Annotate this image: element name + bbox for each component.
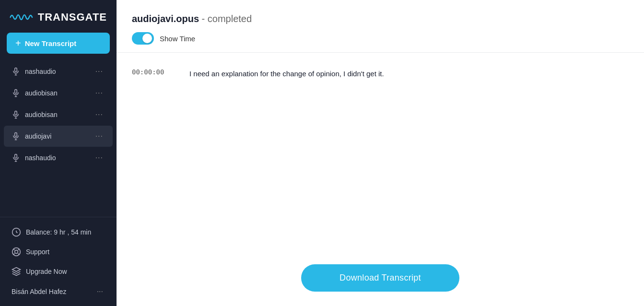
show-time-toggle[interactable] <box>132 32 154 45</box>
mic-icon <box>12 89 20 97</box>
svg-rect-3 <box>15 90 17 94</box>
svg-rect-9 <box>15 133 17 137</box>
mic-icon <box>12 153 20 162</box>
svg-line-22 <box>13 254 14 255</box>
upgrade-icon <box>12 267 21 276</box>
sidebar-item-label: nashaudio <box>25 68 94 75</box>
item-menu-button[interactable]: ··· <box>94 88 105 98</box>
sidebar-item-nashaudio2[interactable]: nashaudio ··· <box>4 147 113 168</box>
toggle-row: Show Time <box>132 32 629 45</box>
sidebar-user[interactable]: Bisán Abdel Hafez ··· <box>4 282 113 302</box>
user-menu-button[interactable]: ··· <box>95 286 105 297</box>
new-transcript-button[interactable]: + New Transcript <box>7 33 110 54</box>
svg-rect-6 <box>15 111 17 115</box>
transcript-text: I need an explanation for the change of … <box>189 68 384 80</box>
toggle-slider <box>132 32 154 45</box>
svg-line-21 <box>18 254 19 255</box>
balance-label: Balance: 9 hr , 54 min <box>26 228 91 236</box>
svg-line-17 <box>16 232 18 233</box>
sidebar-support[interactable]: Support <box>4 242 113 261</box>
mic-icon <box>12 67 20 76</box>
main-content: audiojavi.opus - completed Show Time 00:… <box>117 0 644 306</box>
support-icon <box>12 247 21 257</box>
logo-wave-icon <box>10 9 33 26</box>
support-label: Support <box>26 248 49 256</box>
svg-point-19 <box>15 250 18 254</box>
sidebar-list: nashaudio ··· audiobisan ··· audiobisan … <box>0 59 117 217</box>
sidebar-item-audiobisan2[interactable]: audiobisan ··· <box>4 104 113 125</box>
svg-line-20 <box>13 249 14 250</box>
upgrade-label: Upgrade Now <box>26 268 67 275</box>
sidebar-logo: TRANSGATE <box>0 0 117 33</box>
main-header: audiojavi.opus - completed Show Time <box>117 0 644 53</box>
mic-icon <box>12 132 20 141</box>
sidebar-item-label: audiobisan <box>25 111 94 118</box>
sidebar-item-label: audiobisan <box>25 89 94 97</box>
show-time-label: Show Time <box>160 35 195 43</box>
file-name: audiojavi.opus <box>132 13 199 24</box>
download-transcript-button[interactable]: Download Transcript <box>301 264 459 292</box>
sidebar: TRANSGATE + New Transcript nashaudio ···… <box>0 0 117 306</box>
item-menu-button[interactable]: ··· <box>94 153 105 163</box>
item-menu-button[interactable]: ··· <box>94 131 105 141</box>
mic-icon <box>12 110 20 119</box>
sidebar-item-label: audiojavi <box>25 132 94 140</box>
user-label: Bisán Abdel Hafez <box>12 288 95 295</box>
sidebar-upgrade[interactable]: Upgrade Now <box>4 262 113 281</box>
transcript-timestamp: 00:00:00 <box>132 68 170 76</box>
file-status-text: - completed <box>202 13 252 24</box>
sidebar-item-nashaudio1[interactable]: nashaudio ··· <box>4 61 113 82</box>
transcript-entry: 00:00:00 I need an explanation for the c… <box>132 64 629 83</box>
sidebar-item-label: nashaudio <box>25 154 94 162</box>
sidebar-item-audiojavi[interactable]: audiojavi ··· <box>4 126 113 147</box>
logo-text: TRANSGATE <box>38 11 107 24</box>
sidebar-bottom: Balance: 9 hr , 54 min Support Upgrade N… <box>0 217 117 306</box>
item-menu-button[interactable]: ··· <box>94 66 105 77</box>
new-transcript-label: New Transcript <box>25 39 77 47</box>
balance-icon <box>12 227 21 237</box>
sidebar-item-audiobisan1[interactable]: audiobisan ··· <box>4 82 113 104</box>
transcript-area: 00:00:00 I need an explanation for the c… <box>117 53 644 255</box>
svg-rect-0 <box>15 68 17 72</box>
svg-rect-12 <box>15 154 17 158</box>
item-menu-button[interactable]: ··· <box>94 109 105 120</box>
download-section: Download Transcript <box>117 255 644 306</box>
file-title: audiojavi.opus - completed <box>132 13 629 24</box>
plus-icon: + <box>15 38 21 48</box>
sidebar-balance[interactable]: Balance: 9 hr , 54 min <box>4 223 113 242</box>
svg-line-23 <box>18 249 19 250</box>
